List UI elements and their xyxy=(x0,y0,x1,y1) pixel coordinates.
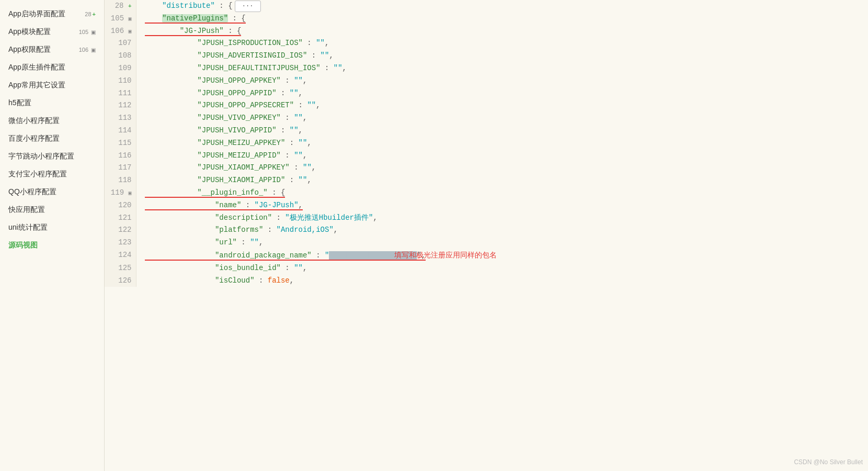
line-number: 122 xyxy=(105,224,136,237)
line-code: "name" : "JG-JPush", xyxy=(136,199,868,212)
line-number: 116 xyxy=(105,150,136,162)
sidebar-item-label: App模块配置 xyxy=(8,27,51,37)
sidebar-item-baidu-mini[interactable]: 百度小程序配置 xyxy=(0,130,104,148)
table-row: 124 "android_package_name" : "██████████… xyxy=(105,249,868,262)
line-code: "description" : "极光推送Hbuilder插件", xyxy=(136,212,868,225)
table-row: 110 "JPUSH_OPPO_APPKEY" : "", xyxy=(105,75,868,87)
sidebar-item-label: QQ小程序配置 xyxy=(8,187,56,197)
code-area: 28 + "distribute" : { ··· 105 ▣ "nativeP… xyxy=(105,0,868,471)
sidebar-item-label: 字节跳动小程序配置 xyxy=(8,152,74,161)
sidebar-badge: 28 + xyxy=(85,11,96,17)
line-number: 114 xyxy=(105,125,136,137)
annotation-text: 填写和极光注册应用同样的包名 xyxy=(394,251,497,259)
line-code: "__plugin_info_" : { xyxy=(136,187,868,199)
table-row: 108 "JPUSH_ADVERTISINGID_IOS" : "", xyxy=(105,50,868,62)
sidebar-item-source-view[interactable]: 源码视图 xyxy=(0,237,104,254)
table-row: 115 "JPUSH_MEIZU_APPKEY" : "", xyxy=(105,137,868,150)
code-table: 28 + "distribute" : { ··· 105 ▣ "nativeP… xyxy=(105,0,868,287)
sidebar-item-label: 百度小程序配置 xyxy=(8,134,60,143)
sidebar-item-qq-mini[interactable]: QQ小程序配置 xyxy=(0,183,104,201)
sidebar-item-app-module[interactable]: App模块配置105 ▣ xyxy=(0,23,104,41)
sidebar-item-label: 快应用配置 xyxy=(8,205,45,215)
line-number: 108 xyxy=(105,50,136,62)
sidebar-item-wechat-mini[interactable]: 微信小程序配置 xyxy=(0,112,104,130)
sidebar-item-label: 支付宝小程序配置 xyxy=(8,170,67,179)
line-code: "android_package_name" : "██████████████… xyxy=(136,249,868,262)
line-number: 106 ▣ xyxy=(105,25,136,38)
line-number: 118 xyxy=(105,174,136,187)
line-number: 120 xyxy=(105,199,136,212)
line-number: 105 ▣ xyxy=(105,13,136,25)
line-code: "JPUSH_OPPO_APPID" : "", xyxy=(136,87,868,100)
table-row: 126 "isCloud" : false, xyxy=(105,275,868,287)
sidebar-item-label: uni统计配置 xyxy=(8,223,48,232)
line-number: 113 xyxy=(105,112,136,125)
sidebar-item-quick-app[interactable]: 快应用配置 xyxy=(0,201,104,219)
table-row: 123 "url" : "", xyxy=(105,237,868,249)
line-code: "JPUSH_XIAOMI_APPID" : "", xyxy=(136,174,868,187)
line-code: "JPUSH_DEFAULTINITJPUSH_IOS" : "", xyxy=(136,62,868,75)
table-row: 107 "JPUSH_ISPRODUCTION_IOS" : "", xyxy=(105,37,868,50)
sidebar-badge: 106 ▣ xyxy=(79,47,96,53)
table-row: 112 "JPUSH_OPPO_APPSECRET" : "", xyxy=(105,99,868,112)
sidebar-item-h5-config[interactable]: h5配置 xyxy=(0,94,104,112)
line-code: "JPUSH_ADVERTISINGID_IOS" : "", xyxy=(136,50,868,62)
table-row: 120 "name" : "JG-JPush", xyxy=(105,199,868,212)
sidebar-item-uni-stats[interactable]: uni统计配置 xyxy=(0,219,104,237)
line-code: "platforms" : "Android,iOS", xyxy=(136,224,868,237)
sidebar-item-label: 微信小程序配置 xyxy=(8,116,60,126)
table-row: 109 "JPUSH_DEFAULTINITJPUSH_IOS" : "", xyxy=(105,62,868,75)
line-number: 109 xyxy=(105,62,136,75)
line-code: "JG-JPush" : { xyxy=(136,25,868,38)
table-row: 116 "JPUSH_MEIZU_APPID" : "", xyxy=(105,150,868,162)
line-code: "JPUSH_MEIZU_APPKEY" : "", xyxy=(136,137,868,150)
table-row: 122 "platforms" : "Android,iOS", xyxy=(105,224,868,237)
table-row: 28 + "distribute" : { ··· xyxy=(105,0,868,13)
line-number: 107 xyxy=(105,37,136,50)
sidebar-item-label: App常用其它设置 xyxy=(8,81,65,90)
line-code: "JPUSH_VIVO_APPID" : "", xyxy=(136,125,868,137)
line-code: "JPUSH_OPPO_APPSECRET" : "", xyxy=(136,99,868,112)
line-number: 117 xyxy=(105,162,136,174)
line-number: 119 ▣ xyxy=(105,187,136,199)
line-code: "JPUSH_ISPRODUCTION_IOS" : "", xyxy=(136,37,868,50)
table-row: 117 "JPUSH_XIAOMI_APPKEY" : "", xyxy=(105,162,868,174)
line-number: 112 xyxy=(105,99,136,112)
watermark: CSDN @No Silver Bullet xyxy=(794,458,863,466)
line-code: "JPUSH_OPPO_APPKEY" : "", xyxy=(136,75,868,87)
sidebar: App启动界面配置28 +App模块配置105 ▣App权限配置106 ▣App… xyxy=(0,0,105,471)
sidebar-item-app-native-plugin[interactable]: App原生插件配置 xyxy=(0,59,104,76)
line-number: 115 xyxy=(105,137,136,150)
line-number: 126 xyxy=(105,275,136,287)
line-code: "JPUSH_XIAOMI_APPKEY" : "", xyxy=(136,162,868,174)
line-number: 125 xyxy=(105,262,136,275)
sidebar-item-label: App启动界面配置 xyxy=(8,9,65,19)
sidebar-item-alipay-mini[interactable]: 支付宝小程序配置 xyxy=(0,165,104,183)
table-row: 118 "JPUSH_XIAOMI_APPID" : "", xyxy=(105,174,868,187)
line-code: "JPUSH_VIVO_APPKEY" : "", xyxy=(136,112,868,125)
line-number: 121 xyxy=(105,212,136,225)
sidebar-item-label: App权限配置 xyxy=(8,45,51,54)
table-row: 105 ▣ "nativePlugins" : { xyxy=(105,13,868,25)
line-number: 28 + xyxy=(105,0,136,13)
collapsed-block[interactable]: ··· xyxy=(235,1,261,12)
sidebar-item-app-permission[interactable]: App权限配置106 ▣ xyxy=(0,41,104,59)
sidebar-item-bytedance-mini[interactable]: 字节跳动小程序配置 xyxy=(0,148,104,165)
line-number: 110 xyxy=(105,75,136,87)
line-number: 124 xyxy=(105,249,136,262)
line-code: "ios_bundle_id" : "", xyxy=(136,262,868,275)
table-row: 121 "description" : "极光推送Hbuilder插件", xyxy=(105,212,868,225)
sidebar-item-app-common[interactable]: App常用其它设置 xyxy=(0,76,104,94)
line-code: "nativePlugins" : { xyxy=(136,13,868,25)
line-code: "distribute" : { ··· xyxy=(136,0,868,13)
table-row: 119 ▣ "__plugin_info_" : { xyxy=(105,187,868,199)
table-row: 111 "JPUSH_OPPO_APPID" : "", xyxy=(105,87,868,100)
table-row: 106 ▣ "JG-JPush" : { xyxy=(105,25,868,38)
line-code: "JPUSH_MEIZU_APPID" : "", xyxy=(136,150,868,162)
table-row: 125 "ios_bundle_id" : "", xyxy=(105,262,868,275)
line-number: 123 xyxy=(105,237,136,249)
table-row: 114 "JPUSH_VIVO_APPID" : "", xyxy=(105,125,868,137)
line-number: 111 xyxy=(105,87,136,100)
table-row: 113 "JPUSH_VIVO_APPKEY" : "", xyxy=(105,112,868,125)
sidebar-item-app-splash[interactable]: App启动界面配置28 + xyxy=(0,5,104,23)
